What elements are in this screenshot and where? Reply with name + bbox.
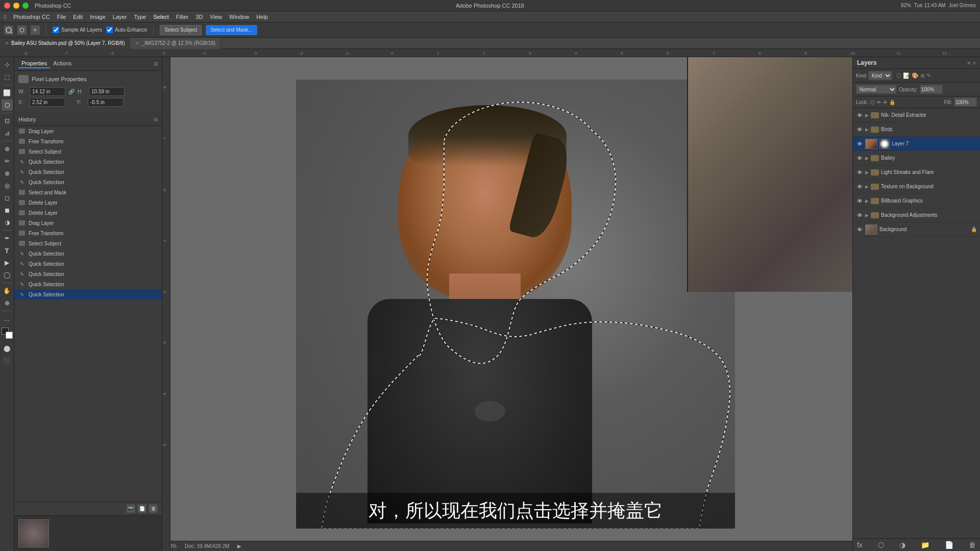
quick-selection-tool-icon[interactable] (4, 26, 13, 35)
filter-kind-select[interactable]: Kind (868, 71, 892, 80)
pen-tool[interactable]: ✒ (2, 233, 13, 244)
tab-bailey[interactable]: ✕ Bailey ASU Staduim.psd @ 50% (Layer 7,… (0, 38, 130, 49)
layer-item-birds[interactable]: 👁 ▶ Birds (853, 122, 980, 137)
history-item-13[interactable]: ✎Quick Selection (14, 248, 162, 259)
history-item-10[interactable]: Drag Layer (14, 218, 162, 228)
layer-item-layer7[interactable]: 👁 Layer 7 (853, 137, 980, 151)
opacity-input[interactable] (920, 85, 943, 94)
menu-view[interactable]: View (210, 14, 222, 20)
link-icon[interactable]: 🔗 (68, 89, 75, 94)
lock-all-icon[interactable]: 🔒 (889, 99, 895, 105)
layer-expand-texture[interactable]: ▶ (865, 184, 869, 189)
layer-expand-billboard[interactable]: ▶ (865, 198, 869, 204)
x-input[interactable] (30, 98, 65, 107)
select-and-mask-button[interactable]: Select and Mask... (206, 25, 257, 35)
healing-brush-tool[interactable]: ⊕ (2, 143, 13, 155)
layer-item-texture[interactable]: 👁 ▶ Texture on Background (853, 180, 980, 194)
tab-actions[interactable]: Actions (50, 59, 75, 68)
move-tool[interactable]: ⊹ (2, 59, 13, 70)
menu-filter[interactable]: Filter (176, 14, 188, 20)
doc-thumbnail[interactable] (18, 519, 49, 547)
menu-edit[interactable]: Edit (73, 14, 83, 20)
layer-expand-light[interactable]: ▶ (865, 170, 869, 175)
minimize-button[interactable] (13, 3, 19, 9)
eyedropper-tool[interactable]: ⊿ (2, 128, 13, 139)
width-input[interactable] (30, 87, 65, 96)
sample-all-layers-input[interactable] (53, 27, 59, 33)
history-item-15[interactable]: ✎Quick Selection (14, 269, 162, 279)
layer-fx-button[interactable]: fx (857, 541, 863, 549)
layer-visibility-texture[interactable]: 👁 (856, 183, 863, 190)
tab-properties[interactable]: Properties (18, 59, 50, 68)
brush-tool[interactable]: ✏ (2, 156, 13, 167)
layer-visibility-birds[interactable]: 👁 (856, 126, 863, 133)
history-item-16[interactable]: ✎Quick Selection (14, 279, 162, 289)
close-button[interactable] (4, 3, 10, 9)
layer-visibility-background[interactable]: 👁 (856, 226, 863, 233)
menu-help[interactable]: Help (256, 14, 268, 20)
history-item-8[interactable]: Delete Layer (14, 197, 162, 208)
shape-tool[interactable]: ◯ (2, 269, 13, 281)
delete-state-button[interactable]: 🗑 (149, 504, 158, 513)
menu-layer[interactable]: Layer (113, 14, 127, 20)
layer-expand-birds[interactable]: ▶ (865, 127, 869, 132)
auto-enhance-checkbox[interactable]: Auto-Enhance (106, 27, 147, 33)
more-tools[interactable]: … (2, 313, 13, 324)
fill-input[interactable] (954, 97, 977, 107)
history-item-11[interactable]: Free Transform (14, 228, 162, 238)
tab-close-icon-2[interactable]: ✕ (135, 41, 139, 46)
layer-group-button[interactable]: 📁 (921, 541, 929, 549)
brush-options-icon[interactable] (17, 26, 27, 35)
status-arrow[interactable]: ▶ (237, 543, 241, 549)
create-snapshot-button[interactable]: 📷 (126, 504, 135, 513)
layer-visibility-bailey[interactable]: 👁 (856, 155, 863, 162)
dodge-tool[interactable]: ◑ (2, 217, 13, 228)
layer-item-light[interactable]: 👁 ▶ Light Streaks and Flare (853, 165, 980, 180)
select-subject-button[interactable]: Select Subject (160, 25, 202, 35)
path-selection-tool[interactable]: ▶ (2, 257, 13, 268)
clone-stamp-tool[interactable]: ⊗ (2, 168, 13, 179)
y-input[interactable] (88, 98, 124, 107)
layer-visibility-billboard[interactable]: 👁 (856, 197, 863, 205)
history-item-9[interactable]: Delete Layer (14, 208, 162, 218)
history-brush-tool[interactable]: ◎ (2, 180, 13, 191)
foreground-background-colors[interactable] (2, 328, 13, 339)
lock-transparent-icon[interactable]: ⬡ (870, 99, 875, 105)
menu-image[interactable]: Image (90, 14, 106, 20)
auto-enhance-input[interactable] (106, 27, 113, 33)
gradient-tool[interactable]: ◼ (2, 205, 13, 216)
menu-type[interactable]: Type (134, 14, 146, 20)
maximize-button[interactable] (22, 3, 29, 9)
layer-item-nik[interactable]: 👁 ▶ Nik- Detail Extractor (853, 108, 980, 122)
add-mode-icon[interactable]: + (31, 26, 40, 35)
tab-img3752[interactable]: ✕ _IMG3752-2 @ 12.5% (RGB/16) (130, 38, 221, 49)
layer-item-background[interactable]: 👁 Background 🔒 (853, 222, 980, 237)
history-item-7[interactable]: Select and Mask (14, 187, 162, 197)
history-item-3[interactable]: Select Subject (14, 146, 162, 157)
history-item-6[interactable]: ✎Quick Selection (14, 177, 162, 187)
text-tool[interactable]: T (2, 245, 13, 256)
tab-close-icon-1[interactable]: ✕ (5, 41, 9, 46)
layers-panel-menu[interactable]: ≡ (973, 60, 976, 66)
menu-select[interactable]: Select (153, 14, 169, 20)
layer-item-billboard[interactable]: 👁 ▶ Billboard Graphics (853, 194, 980, 208)
layer-visibility-layer7[interactable]: 👁 (856, 140, 863, 147)
history-item-1[interactable]: Drag Layer (14, 126, 162, 136)
quick-mask-mode[interactable]: ⬤ (2, 343, 13, 354)
layer-item-bailey[interactable]: 👁 ▶ Bailey (853, 151, 980, 165)
layer-expand-nik[interactable]: ▶ (865, 113, 869, 118)
history-item-4[interactable]: ✎Quick Selection (14, 157, 162, 167)
layer-expand-bailey[interactable]: ▶ (865, 156, 869, 161)
layer-visibility-bgadj[interactable]: 👁 (856, 212, 863, 219)
layer-visibility-nik[interactable]: 👁 (856, 112, 863, 119)
history-item-12[interactable]: Select Subject (14, 238, 162, 248)
adjustment-layer-button[interactable]: ◑ (899, 541, 905, 549)
lock-image-icon[interactable]: ✏ (877, 99, 881, 105)
layers-panel-close[interactable]: ✕ (967, 60, 971, 66)
hand-tool[interactable]: ✋ (2, 285, 13, 296)
lock-position-icon[interactable]: ✛ (883, 99, 887, 105)
history-item-5[interactable]: ✎Quick Selection (14, 167, 162, 177)
blend-mode-select[interactable]: Normal Multiply Screen (856, 85, 897, 94)
selection-tool[interactable]: ⬜ (2, 87, 13, 98)
screen-mode[interactable]: ⬛ (2, 355, 13, 366)
